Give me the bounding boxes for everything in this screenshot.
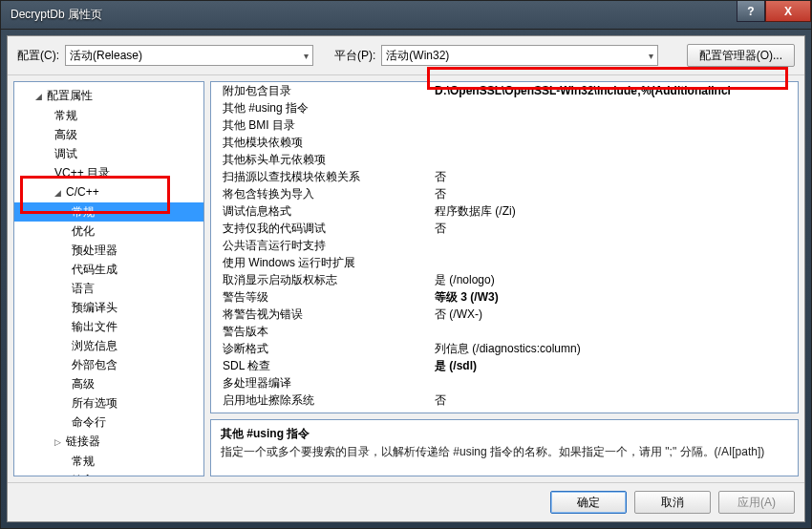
- config-label: 配置(C):: [17, 48, 59, 64]
- window: DecryptDb 属性页 ? X 配置(C): 活动(Release) ▾ 平…: [0, 0, 812, 529]
- property-value[interactable]: [431, 374, 798, 391]
- property-row[interactable]: 其他 #using 指令: [211, 99, 798, 116]
- property-row[interactable]: 警告版本: [211, 323, 798, 340]
- tree-node[interactable]: C/C++: [14, 182, 203, 202]
- property-value[interactable]: 等级 3 (/W3): [431, 288, 798, 306]
- property-name: 将警告视为错误: [211, 306, 431, 323]
- property-row[interactable]: 启用地址擦除系统否: [211, 391, 798, 409]
- chevron-down-icon: ▾: [304, 51, 309, 61]
- tree-node[interactable]: VC++ 目录: [14, 163, 203, 182]
- apply-button[interactable]: 应用(A): [718, 491, 795, 514]
- tree-node[interactable]: 外部包含: [14, 355, 203, 374]
- tree-node[interactable]: 高级: [14, 125, 203, 144]
- tree-node[interactable]: 预处理器: [14, 241, 203, 260]
- config-combo[interactable]: 活动(Release) ▾: [65, 45, 313, 66]
- tree-node[interactable]: 调试: [14, 144, 203, 163]
- tree-node[interactable]: 常规: [14, 202, 203, 222]
- close-button[interactable]: X: [765, 1, 811, 22]
- property-name: 附加包含目录: [211, 82, 431, 99]
- property-value[interactable]: 否 (/WX-): [431, 306, 798, 323]
- property-value[interactable]: [431, 323, 798, 340]
- property-row[interactable]: 将警告视为错误否 (/WX-): [211, 306, 798, 323]
- property-name: 公共语言运行时支持: [211, 237, 431, 254]
- cancel-button[interactable]: 取消: [634, 491, 711, 514]
- description-pane: 其他 #using 指令 指定一个或多个要搜索的目录，以解析传递给 #using…: [210, 419, 799, 476]
- property-value[interactable]: 列信息 (/diagnostics:column): [431, 340, 798, 357]
- property-row[interactable]: 附加包含目录D:\OpenSSL\OpenSSL-Win32\include;%…: [211, 82, 798, 99]
- property-value[interactable]: 是 (/sdl): [431, 357, 798, 374]
- property-name: 其他模块依赖项: [211, 134, 431, 151]
- property-value[interactable]: 否: [431, 391, 798, 409]
- config-manager-button[interactable]: 配置管理器(O)...: [687, 44, 795, 67]
- property-row[interactable]: 多处理器编译: [211, 374, 798, 391]
- property-row[interactable]: 使用 Windows 运行时扩展: [211, 254, 798, 271]
- property-value[interactable]: [431, 134, 798, 151]
- config-value: 活动(Release): [70, 48, 142, 64]
- chevron-down-icon: ▾: [649, 51, 653, 61]
- tree-pane[interactable]: 配置属性常规高级调试VC++ 目录C/C++常规优化预处理器代码生成语言预编译头…: [13, 81, 204, 476]
- property-row[interactable]: 其他 BMI 目录: [211, 116, 798, 134]
- tree-node[interactable]: 配置属性: [14, 86, 203, 106]
- property-value[interactable]: [431, 151, 798, 168]
- property-row[interactable]: 其他标头单元依赖项: [211, 151, 798, 168]
- titlebar[interactable]: DecryptDb 属性页 ? X: [1, 1, 811, 30]
- property-row[interactable]: 取消显示启动版权标志是 (/nologo): [211, 271, 798, 288]
- tree-node[interactable]: 浏览信息: [14, 336, 203, 355]
- property-name: 其他 BMI 目录: [211, 116, 431, 134]
- tree-node[interactable]: 语言: [14, 279, 203, 298]
- platform-combo[interactable]: 活动(Win32) ▾: [381, 45, 658, 66]
- property-name: 启用地址擦除系统: [211, 391, 431, 409]
- property-value[interactable]: 否: [431, 185, 798, 202]
- property-value[interactable]: D:\OpenSSL\OpenSSL-Win32\include;%(Addit…: [431, 82, 798, 99]
- property-value[interactable]: [431, 116, 798, 134]
- property-value[interactable]: [431, 99, 798, 116]
- property-name: 支持仅我的代码调试: [211, 220, 431, 237]
- tree-node[interactable]: 常规: [14, 106, 203, 125]
- tree-node[interactable]: 优化: [14, 222, 203, 241]
- property-row[interactable]: 调试信息格式程序数据库 (/Zi): [211, 202, 798, 220]
- property-row[interactable]: 其他模块依赖项: [211, 134, 798, 151]
- help-button[interactable]: ?: [737, 1, 765, 22]
- property-row[interactable]: 公共语言运行时支持: [211, 237, 798, 254]
- window-title: DecryptDb 属性页: [11, 7, 102, 23]
- property-value[interactable]: 程序数据库 (/Zi): [431, 202, 798, 220]
- property-row[interactable]: 支持仅我的代码调试否: [211, 220, 798, 237]
- property-grid[interactable]: 附加包含目录D:\OpenSSL\OpenSSL-Win32\include;%…: [210, 81, 799, 413]
- inner-panel: 配置(C): 活动(Release) ▾ 平台(P): 活动(Win32) ▾ …: [7, 35, 805, 522]
- tree-node[interactable]: 所有选项: [14, 393, 203, 413]
- nav-tree: 配置属性常规高级调试VC++ 目录C/C++常规优化预处理器代码生成语言预编译头…: [14, 82, 203, 476]
- property-value[interactable]: [431, 254, 798, 271]
- property-name: 警告版本: [211, 323, 431, 340]
- property-name: 取消显示启动版权标志: [211, 271, 431, 288]
- tree-node[interactable]: 常规: [14, 452, 203, 471]
- config-row: 配置(C): 活动(Release) ▾ 平台(P): 活动(Win32) ▾ …: [8, 36, 804, 75]
- property-name: 其他标头单元依赖项: [211, 151, 431, 168]
- ok-button[interactable]: 确定: [550, 491, 627, 514]
- tree-node[interactable]: 输入: [14, 471, 203, 476]
- tree-node[interactable]: 预编译头: [14, 298, 203, 317]
- property-name: 使用 Windows 运行时扩展: [211, 254, 431, 271]
- titlebar-buttons: ? X: [737, 1, 811, 29]
- property-row[interactable]: 将包含转换为导入否: [211, 185, 798, 202]
- description-title: 其他 #using 指令: [221, 426, 788, 442]
- main-row: 配置属性常规高级调试VC++ 目录C/C++常规优化预处理器代码生成语言预编译头…: [8, 75, 804, 482]
- tree-node[interactable]: 代码生成: [14, 260, 203, 279]
- description-body: 指定一个或多个要搜索的目录，以解析传递给 #using 指令的名称。如果指定一个…: [221, 444, 788, 460]
- platform-value: 活动(Win32): [386, 48, 449, 64]
- property-value[interactable]: [431, 237, 798, 254]
- property-value[interactable]: 是 (/nologo): [431, 271, 798, 288]
- property-value[interactable]: 否: [431, 168, 798, 185]
- property-value[interactable]: 否: [431, 220, 798, 237]
- tree-node[interactable]: 输出文件: [14, 317, 203, 336]
- tree-node[interactable]: 链接器: [14, 432, 203, 452]
- tree-node[interactable]: 高级: [14, 374, 203, 393]
- property-row[interactable]: 扫描源以查找模块依赖关系否: [211, 168, 798, 185]
- property-row[interactable]: 警告等级等级 3 (/W3): [211, 288, 798, 306]
- property-row[interactable]: SDL 检查是 (/sdl): [211, 357, 798, 374]
- property-row[interactable]: 诊断格式列信息 (/diagnostics:column): [211, 340, 798, 357]
- tree-node[interactable]: 命令行: [14, 413, 203, 432]
- bottom-row: 确定 取消 应用(A): [8, 482, 804, 521]
- property-name: 其他 #using 指令: [211, 99, 431, 116]
- client-area: 配置(C): 活动(Release) ▾ 平台(P): 活动(Win32) ▾ …: [1, 30, 811, 528]
- platform-label: 平台(P):: [334, 48, 375, 64]
